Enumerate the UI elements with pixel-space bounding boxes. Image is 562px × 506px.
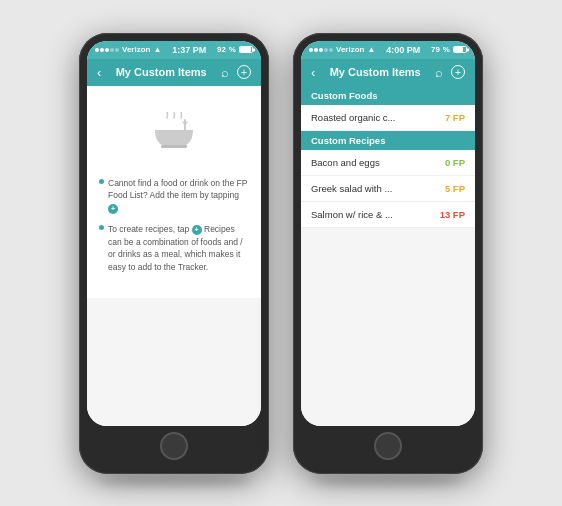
time-2: 4:00 PM: [386, 45, 420, 55]
back-button-2[interactable]: ‹: [311, 65, 315, 80]
inline-recipe-icon: +: [192, 225, 202, 235]
fp-value: 13 FP: [440, 209, 465, 220]
page-title-2: My Custom Items: [330, 66, 421, 78]
home-button-1[interactable]: [160, 432, 188, 460]
page-title-1: My Custom Items: [116, 66, 207, 78]
item-name: Greek salad with ...: [311, 183, 392, 194]
battery-pct-2: 79: [431, 45, 440, 54]
bullet-dot-1: [99, 179, 104, 184]
phone-1: Verizon ▲ 1:37 PM 92% ‹ My Custom Items …: [79, 33, 269, 474]
search-button-1[interactable]: ⌕: [221, 65, 229, 80]
fp-value: 7 FP: [445, 112, 465, 123]
status-bar-1: Verizon ▲ 1:37 PM 92%: [87, 41, 261, 59]
item-name: Roasted organic c...: [311, 112, 396, 123]
svg-rect-0: [161, 145, 187, 148]
bullet-item-1: Cannot find a food or drink on the FP Fo…: [99, 177, 249, 215]
list-item[interactable]: Salmon w/ rice & ... 13 FP: [301, 202, 475, 228]
add-button-2[interactable]: +: [451, 65, 465, 79]
time-1: 1:37 PM: [172, 45, 206, 55]
app-body-2: Custom Foods Roasted organic c... 7 FP C…: [301, 86, 475, 426]
search-button-2[interactable]: ⌕: [435, 65, 443, 80]
app-header-1: ‹ My Custom Items ⌕ +: [87, 59, 261, 86]
fp-value: 5 FP: [445, 183, 465, 194]
app-header-2: ‹ My Custom Items ⌕ +: [301, 59, 475, 86]
add-button-1[interactable]: +: [237, 65, 251, 79]
bullet-list: Cannot find a food or drink on the FP Fo…: [99, 177, 249, 282]
item-name: Salmon w/ rice & ...: [311, 209, 393, 220]
list-item[interactable]: Roasted organic c... 7 FP: [301, 105, 475, 131]
wifi-icon-1: ▲: [153, 45, 161, 54]
bowl-icon: [149, 112, 199, 163]
bullet-dot-2: [99, 225, 104, 230]
back-button-1[interactable]: ‹: [97, 65, 101, 80]
battery-pct-1: 92: [217, 45, 226, 54]
list-item[interactable]: Bacon and eggs 0 FP: [301, 150, 475, 176]
app-body-1: Cannot find a food or drink on the FP Fo…: [87, 86, 261, 426]
carrier-1: Verizon: [122, 45, 150, 54]
inline-add-icon: +: [108, 204, 118, 214]
item-name: Bacon and eggs: [311, 157, 380, 168]
fp-value: 0 FP: [445, 157, 465, 168]
phone-2: Verizon ▲ 4:00 PM 79% ‹ My Custom Items …: [293, 33, 483, 474]
home-button-2[interactable]: [374, 432, 402, 460]
status-bar-2: Verizon ▲ 4:00 PM 79%: [301, 41, 475, 59]
scene: Verizon ▲ 1:37 PM 92% ‹ My Custom Items …: [59, 13, 503, 494]
wifi-icon-2: ▲: [367, 45, 375, 54]
section-header-foods: Custom Foods: [301, 86, 475, 105]
bullet-item-2: To create recipes, tap + Recipes can be …: [99, 223, 249, 274]
carrier-2: Verizon: [336, 45, 364, 54]
list-item[interactable]: Greek salad with ... 5 FP: [301, 176, 475, 202]
section-header-recipes: Custom Recipes: [301, 131, 475, 150]
